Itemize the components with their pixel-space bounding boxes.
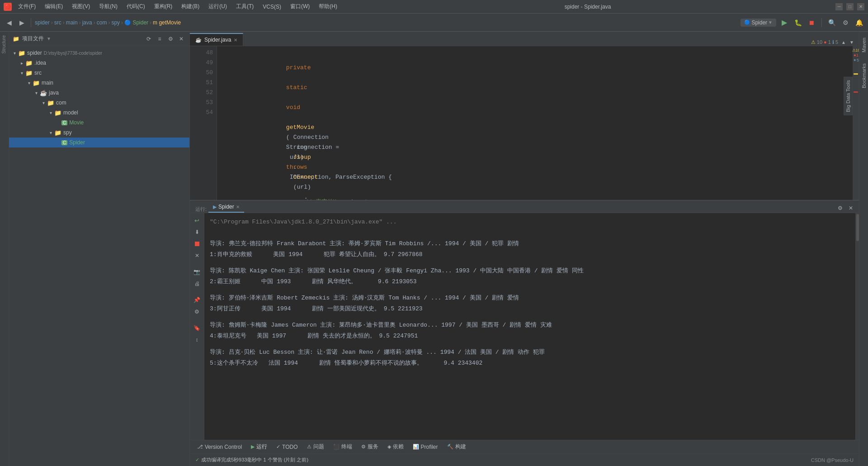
problems-icon: ⚠ xyxy=(307,444,311,450)
separator-1 xyxy=(31,18,31,27)
tree-item-java[interactable]: ▾ ☕ java xyxy=(9,88,189,98)
options-button[interactable]: ⚙ xyxy=(166,34,175,43)
menu-help[interactable]: 帮助(H) xyxy=(316,2,340,11)
breadcrumb-spy[interactable]: spy xyxy=(111,19,120,26)
tree-item-main[interactable]: ▾ 📁 main xyxy=(9,78,189,88)
menu-code[interactable]: 代码(C) xyxy=(124,2,148,11)
director-line-2: 导演: 陈凯歌 Kaige Chen 主演: 张国荣 Leslie Cheung… xyxy=(210,266,850,276)
hide-icon[interactable]: ✕ xyxy=(846,204,855,213)
app-icon: 🔴 xyxy=(4,3,12,11)
run-tab-spider[interactable]: ▶ Spider ✕ xyxy=(208,202,244,213)
sync-button[interactable]: ⟳ xyxy=(144,34,153,43)
bookmark-btn[interactable]: 🔖 xyxy=(192,323,203,333)
pin-button[interactable]: 📌 xyxy=(192,295,203,305)
menu-view[interactable]: 视图(V) xyxy=(69,2,93,11)
menu-build[interactable]: 构建(B) xyxy=(179,2,202,11)
big-data-tools-label[interactable]: Big Data Tools xyxy=(844,77,853,115)
stop-run-button[interactable]: ⏹ xyxy=(192,238,203,249)
bnav-problems-label: 问题 xyxy=(313,443,324,451)
camera-button[interactable]: 📷 xyxy=(192,266,203,277)
breadcrumb-src[interactable]: src xyxy=(54,19,61,26)
breadcrumb-spider-class[interactable]: 🔵 Spider xyxy=(124,19,148,26)
arrow-icon: ▾ xyxy=(11,49,18,57)
back-button[interactable]: ◀ xyxy=(4,17,14,28)
maximize-button[interactable]: □ xyxy=(846,3,854,10)
code-line-50: Connection connection = Jsoup . connect … xyxy=(221,157,853,167)
run-button[interactable]: ▶ xyxy=(779,17,790,28)
tree-label: spy xyxy=(63,129,72,136)
bottom-nav-bar: ⎇ Version Control ▶ 运行 ✓ TODO ⚠ 问题 ⬛ 终 xyxy=(190,440,859,453)
tree-item-spider-class[interactable]: ▸ C Spider xyxy=(9,138,189,147)
movie-line-1: 1:肖申克的救赎 美国 1994 犯罪 希望让人自由。 9.7 2967868 xyxy=(210,249,850,260)
debug-button[interactable]: 🐛 xyxy=(793,17,803,28)
bnav-services[interactable]: ⚙ 服务 xyxy=(358,441,382,452)
bnav-terminal[interactable]: ⬛ 终端 xyxy=(330,441,356,452)
bnav-problems[interactable]: ⚠ 问题 xyxy=(303,441,328,452)
window-title: spider - Spider.java xyxy=(340,4,835,10)
settings-icon[interactable]: ⚙ xyxy=(835,204,844,213)
close-run-button[interactable]: ✕ xyxy=(192,250,203,261)
menu-vcs[interactable]: VCS(S) xyxy=(260,3,284,11)
stop-button[interactable]: ⏹ xyxy=(806,17,817,28)
menu-file[interactable]: 文件(F) xyxy=(15,2,38,11)
structure-label[interactable]: Structure xyxy=(0,32,9,57)
bnav-dependencies[interactable]: ◈ 依赖 xyxy=(384,441,407,452)
breadcrumb-com[interactable]: com xyxy=(97,19,107,26)
menu-run[interactable]: 运行(U) xyxy=(206,2,230,11)
tree-item-src[interactable]: ▾ 📁 src xyxy=(9,68,189,78)
run-tab-close[interactable]: ✕ xyxy=(236,204,240,209)
breadcrumb-main[interactable]: main xyxy=(66,19,78,26)
bnav-todo-label: TODO xyxy=(282,444,297,450)
notifications-button[interactable]: 🔔 xyxy=(854,17,864,28)
tree-item-com[interactable]: ▾ 📁 com xyxy=(9,98,189,108)
movie-section-4: 导演: 詹姆斯·卡梅隆 James Cameron 主演: 莱昂纳多·迪卡普里奥… xyxy=(210,320,850,342)
collapse-button[interactable]: ▼ xyxy=(848,38,855,46)
breadcrumb-spider[interactable]: spider xyxy=(35,19,50,26)
titlebar-controls: ─ □ ✕ xyxy=(835,3,864,10)
close-button[interactable]: ✕ xyxy=(857,3,864,10)
scroll-end-button[interactable]: ⬇ xyxy=(192,227,203,238)
bnav-version-control[interactable]: ⎇ Version Control xyxy=(193,442,245,452)
menu-window[interactable]: 窗口(W) xyxy=(288,2,312,11)
dropdown-arrow[interactable]: ▼ xyxy=(47,36,51,41)
scrollbar-thumb[interactable] xyxy=(856,214,859,241)
run-scrollbar[interactable] xyxy=(855,213,859,440)
menu-tools[interactable]: 工具(T) xyxy=(233,2,256,11)
tree-label: model xyxy=(63,109,78,116)
bookmarks-label[interactable]: Bookmarks xyxy=(859,58,868,94)
bnav-profiler[interactable]: 📊 Profiler xyxy=(409,442,442,452)
print-button[interactable]: 🖨 xyxy=(192,278,203,289)
warning-count: 10 xyxy=(817,39,822,45)
bnav-todo[interactable]: ✓ TODO xyxy=(273,442,301,452)
tree-item-idea[interactable]: ▸ 📁 .idea xyxy=(9,58,189,68)
search-everywhere-button[interactable]: 🔍 xyxy=(826,17,837,28)
tab-close-button[interactable]: ✕ xyxy=(234,38,237,43)
settings-button[interactable]: ⚙ xyxy=(840,17,851,28)
code-content[interactable]: private static void getMovie ( String ur… xyxy=(217,46,853,200)
bnav-build[interactable]: 🔨 构建 xyxy=(443,441,470,452)
hide-button[interactable]: ✕ xyxy=(177,34,186,43)
tree-item-model[interactable]: ▾ 📁 model xyxy=(9,108,189,118)
run-config-dropdown[interactable]: 🔵 Spider ▼ xyxy=(741,19,776,27)
tree-item-spy[interactable]: ▾ 📁 spy xyxy=(9,128,189,138)
bnav-run[interactable]: ▶ 运行 xyxy=(247,441,271,452)
expand-button[interactable]: ▲ xyxy=(840,38,847,46)
run-tabs: 运行: ▶ Spider ✕ xyxy=(190,202,244,213)
layout-button[interactable]: ⚙ xyxy=(192,306,203,317)
run-output-content[interactable]: "C:\Program Files\Java\jdk1.8.0_271\bin\… xyxy=(204,213,855,440)
breadcrumb-java[interactable]: java xyxy=(82,19,92,26)
menu-navigate[interactable]: 导航(N) xyxy=(96,2,120,11)
minimize-button[interactable]: ─ xyxy=(835,3,843,10)
maven-label[interactable]: Maven xyxy=(859,32,868,58)
collapse-button[interactable]: ≡ xyxy=(155,34,164,43)
tree-item-spider[interactable]: ▾ 📁 spider D:\rtsy\bysj\7738-code\spider xyxy=(9,48,189,58)
menu-edit[interactable]: 编辑(E) xyxy=(42,2,66,11)
java-icon: ☕ xyxy=(40,90,47,96)
restore-button[interactable]: ↕ xyxy=(192,334,203,345)
tab-spider-java[interactable]: ☕ Spider.java ✕ xyxy=(190,33,243,46)
tree-item-movie[interactable]: ▸ C Movie xyxy=(9,118,189,128)
breadcrumb-method[interactable]: m getMovie xyxy=(153,19,181,26)
forward-button[interactable]: ▶ xyxy=(16,17,27,28)
rerun-button[interactable]: ↩ xyxy=(192,215,203,226)
menu-refactor[interactable]: 重构(R) xyxy=(151,2,175,11)
